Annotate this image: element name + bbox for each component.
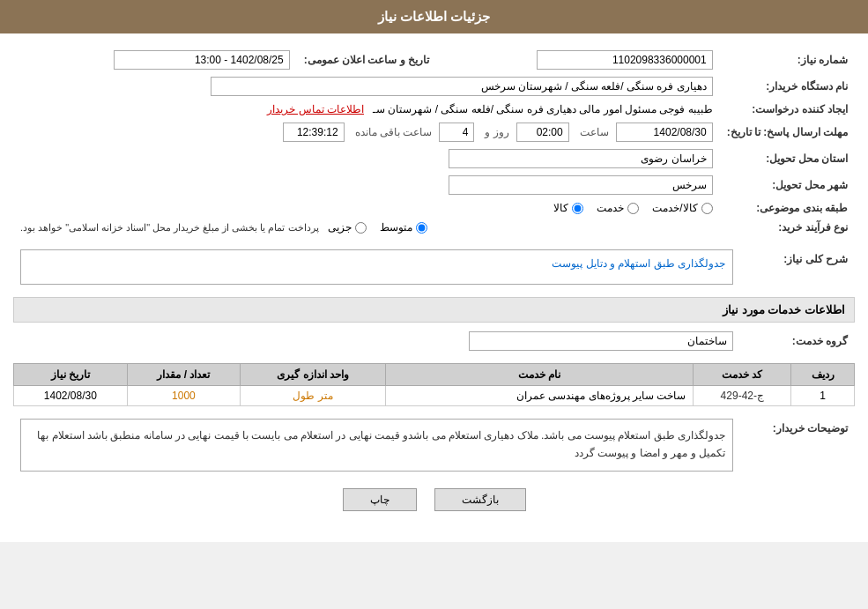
subject-option-kala-khadamat[interactable]: کالا/خدمت [652,202,712,214]
creator-label: ایجاد کننده درخواست: [720,100,855,119]
need-description-value: جدولگذاری طبق استهلام و دتایل پیوست [20,249,733,285]
need-description-table: شرح کلی نیاز: جدولگذاری طبق استهلام و دت… [13,246,855,288]
buyer-org-value: دهیاری فره سنگی /فلعه سنگی / شهرستان سرخ… [211,77,713,96]
subject-type-label: طبقه بندی موضوعی: [720,198,855,218]
cell-num: 1 [791,386,855,406]
delivery-province-label: استان محل تحویل: [720,145,855,172]
print-button[interactable]: چاپ [343,488,417,511]
need-number-label: شماره نیاز: [720,47,855,73]
page-header: جزئیات اطلاعات نیاز [0,0,868,33]
buyer-description-label: توضیحات خریدار: [740,415,855,475]
services-table: ردیف کد خدمت نام خدمت واحد اندازه گیری ت… [13,363,855,406]
services-section-header: اطلاعات خدمات مورد نیاز [13,297,855,323]
service-group-value: ساختمان [469,331,733,351]
page-title: جزئیات اطلاعات نیاز [378,9,490,24]
reply-remaining-label: ساعت باقی مانده [355,126,433,138]
reply-time-label: ساعت [580,126,609,138]
purchase-label-jozyi: جزیی [328,221,352,234]
col-date: تاریخ نیاز [14,364,128,386]
buyer-description-table: توضیحات خریدار: جدولگذاری طبق استعلام پی… [13,415,855,475]
col-unit: واحد اندازه گیری [241,364,386,386]
purchase-label-mutavassit: متوسط [380,221,412,234]
subject-type-group: کالا/خدمت خدمت کالا [20,202,713,214]
contact-link[interactable]: اطلاعات تماس خریدار [267,103,364,115]
table-row: 1 ج-42-429 ساخت سایر پروژه‌های مهندسی عم… [14,386,855,406]
cell-name: ساخت سایر پروژه‌های مهندسی عمران [385,386,693,406]
service-group-label: گروه خدمت: [740,328,855,354]
cell-date: 1402/08/30 [14,386,128,406]
creator-value: طبیبه فوجی مسئول امور مالی دهیاری فره سن… [373,103,713,115]
subject-radio-kala-khadamat[interactable] [701,203,713,214]
announce-date-value: 1402/08/25 - 13:00 [114,50,290,70]
service-group-table: گروه خدمت: ساختمان [13,328,855,354]
info-table: شماره نیاز: 1102098336000001 تاریخ و ساع… [13,47,855,237]
subject-label-kala: کالا [553,202,568,214]
purchase-radio-mutavassit[interactable] [416,222,427,234]
subject-option-kala[interactable]: کالا [553,202,583,214]
purchase-type-label: نوع فرآیند خرید: [720,218,855,237]
reply-days: 4 [439,123,474,142]
delivery-city-label: شهر محل تحویل: [720,172,855,198]
purchase-radio-jozyi[interactable] [355,222,367,234]
col-name: نام خدمت [385,364,693,386]
reply-time: 02:00 [516,123,569,142]
purchase-type-group: متوسط جزیی [328,221,427,234]
delivery-province: خراسان رضوی [449,149,713,168]
reply-remaining: 12:39:12 [283,123,345,142]
back-button[interactable]: بازگشت [434,488,526,511]
subject-radio-kala[interactable] [572,203,583,214]
purchase-note: پرداخت تمام یا بخشی از مبلغ خریدار محل "… [20,222,319,234]
subject-option-khadamat[interactable]: خدمت [597,202,639,214]
cell-qty: 1000 [127,386,241,406]
col-row-num: ردیف [791,364,855,386]
reply-date: 1402/08/30 [616,123,713,142]
delivery-city: سرخس [449,175,713,195]
subject-radio-khadamat[interactable] [627,203,639,214]
col-qty: تعداد / مقدار [127,364,241,386]
subject-label-kala-khadamat: کالا/خدمت [652,202,697,214]
announce-date-label: تاریخ و ساعت اعلان عمومی: [297,47,436,73]
need-description-label: شرح کلی نیاز: [740,246,855,288]
purchase-option-jozyi[interactable]: جزیی [328,221,367,234]
subject-label-khadamat: خدمت [597,202,624,214]
buyer-org-label: نام دستگاه خریدار: [720,73,855,100]
cell-code: ج-42-429 [694,386,791,406]
buyer-description-value: جدولگذاری طبق استعلام پیوست می باشد. ملا… [20,419,733,472]
buttons-row: بازگشت چاپ [13,488,855,529]
cell-unit: متر طول [241,386,386,406]
col-code: کد خدمت [694,364,791,386]
purchase-option-mutavassit[interactable]: متوسط [380,221,427,234]
reply-days-label: روز و [485,126,508,138]
reply-deadline-label: مهلت ارسال پاسخ: تا تاریخ: [720,119,855,145]
need-number-value: 1102098336000001 [537,50,713,70]
